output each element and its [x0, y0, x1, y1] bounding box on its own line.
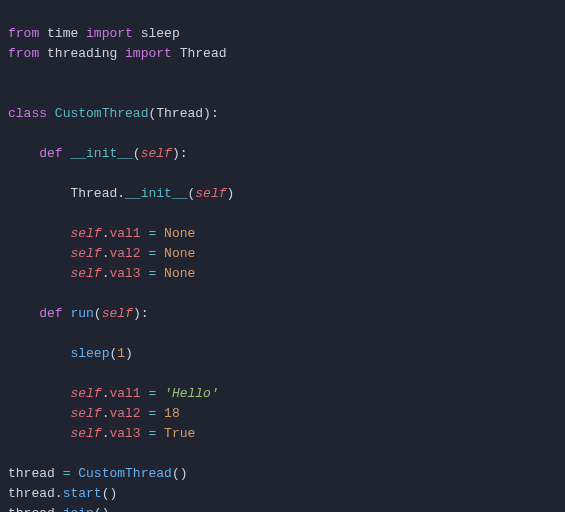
method-call: start [63, 486, 102, 501]
self: self [70, 426, 101, 441]
punct: ): [133, 306, 149, 321]
assign: = [148, 266, 156, 281]
code-line: self.val2 = None [8, 246, 195, 261]
number-literal: 1 [117, 346, 125, 361]
module-name: threading [47, 46, 117, 61]
class-call: CustomThread [78, 466, 172, 481]
fn-call: sleep [70, 346, 109, 361]
code-line: self.val2 = 18 [8, 406, 180, 421]
punct: ): [203, 106, 219, 121]
self-arg: self [195, 186, 226, 201]
keyword-import: import [86, 26, 133, 41]
method-call: join [63, 506, 94, 512]
punct: . [117, 186, 125, 201]
code-line: self.val1 = None [8, 226, 195, 241]
code-line: Thread.__init__(self) [8, 186, 234, 201]
code-line: from time import sleep [8, 26, 180, 41]
self: self [70, 226, 101, 241]
code-line: sleep(1) [8, 346, 133, 361]
code-line: class CustomThread(Thread): [8, 106, 219, 121]
attr: val2 [109, 406, 140, 421]
punct: ( [133, 146, 141, 161]
assign: = [63, 466, 71, 481]
base-class: Thread [156, 106, 203, 121]
string-literal: 'Hello' [164, 386, 219, 401]
identifier: thread [8, 486, 55, 501]
self: self [70, 246, 101, 261]
punct: () [102, 486, 118, 501]
module-name: time [47, 26, 78, 41]
code-line: thread.join() [8, 506, 109, 512]
attr: val2 [109, 246, 140, 261]
self: self [70, 386, 101, 401]
keyword-import: import [125, 46, 172, 61]
assign: = [148, 246, 156, 261]
code-line: from threading import Thread [8, 46, 227, 61]
punct: ): [172, 146, 188, 161]
attr: val1 [109, 386, 140, 401]
import-name: sleep [141, 26, 180, 41]
method-name: __init__ [70, 146, 132, 161]
keyword-class: class [8, 106, 47, 121]
dunder: __init__ [125, 186, 187, 201]
none-literal: None [164, 226, 195, 241]
number-literal: 18 [164, 406, 180, 421]
code-line: thread.start() [8, 486, 117, 501]
none-literal: None [164, 246, 195, 261]
bool-literal: True [164, 426, 195, 441]
code-block: from time import sleep from threading im… [0, 0, 565, 512]
method-name: run [70, 306, 93, 321]
self: self [70, 266, 101, 281]
import-name: Thread [180, 46, 227, 61]
assign: = [148, 226, 156, 241]
none-literal: None [164, 266, 195, 281]
identifier: Thread [70, 186, 117, 201]
attr: val3 [109, 266, 140, 281]
assign: = [148, 406, 156, 421]
punct: () [172, 466, 188, 481]
punct: ( [94, 306, 102, 321]
code-line: self.val3 = None [8, 266, 195, 281]
keyword-def: def [39, 146, 62, 161]
code-line: self.val3 = True [8, 426, 195, 441]
keyword-def: def [39, 306, 62, 321]
assign: = [148, 426, 156, 441]
keyword-from: from [8, 26, 39, 41]
punct: ) [227, 186, 235, 201]
keyword-from: from [8, 46, 39, 61]
punct: () [94, 506, 110, 512]
code-line: thread = CustomThread() [8, 466, 187, 481]
attr: val3 [109, 426, 140, 441]
identifier: thread [8, 506, 55, 512]
code-line: def __init__(self): [8, 146, 188, 161]
punct: ) [125, 346, 133, 361]
punct: . [55, 506, 63, 512]
attr: val1 [109, 226, 140, 241]
self-param: self [102, 306, 133, 321]
punct: . [55, 486, 63, 501]
self-param: self [141, 146, 172, 161]
code-line: def run(self): [8, 306, 148, 321]
self: self [70, 406, 101, 421]
identifier: thread [8, 466, 55, 481]
class-name: CustomThread [55, 106, 149, 121]
assign: = [148, 386, 156, 401]
code-line: self.val1 = 'Hello' [8, 386, 219, 401]
